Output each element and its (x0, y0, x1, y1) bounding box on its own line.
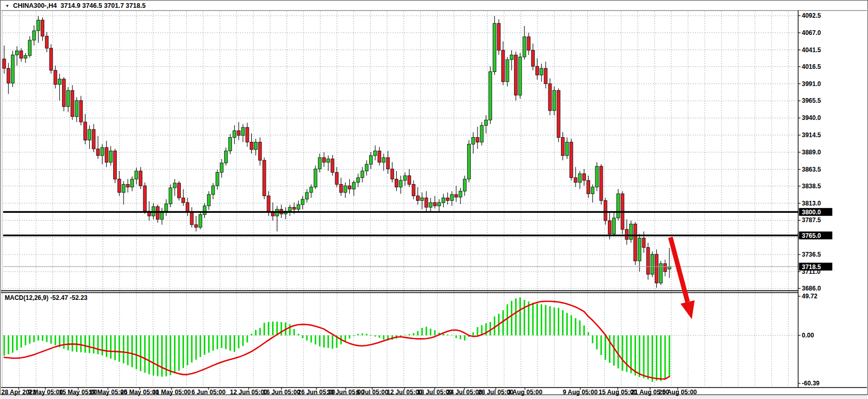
macd-bar (327, 335, 329, 348)
macd-bar (251, 334, 252, 335)
macd-bar (298, 334, 299, 335)
macd-tick-label: 49.72 (802, 293, 817, 300)
macd-bar (409, 334, 410, 335)
macd-bar (532, 303, 534, 335)
macd-bar (16, 335, 18, 350)
candle-body (600, 166, 603, 201)
chart-titlebar: ▼ CHINA300-,H4 3714.9 3746.5 3701.7 3718… (1, 1, 145, 10)
candle-body (399, 180, 402, 187)
macd-bar (323, 335, 325, 347)
candle-body (535, 66, 539, 75)
candle-body (143, 186, 146, 211)
macd-bar (460, 335, 461, 340)
chart-canvas[interactable]: 4092.54067.04041.54016.53991.03965.53940… (0, 0, 868, 399)
candle-body (386, 158, 389, 169)
price-tick-label: 4092.5 (802, 12, 821, 19)
candle-body (488, 71, 492, 120)
candle-body (237, 131, 240, 136)
candle-body (378, 151, 381, 162)
macd-bar (174, 335, 176, 373)
macd-bar (114, 335, 116, 360)
time-tick-label: 24 Jul 05:00 (447, 389, 482, 396)
candle-body (634, 224, 637, 261)
macd-bar (89, 335, 90, 353)
candle-body (613, 218, 616, 234)
macd-tick-label: 0.00 (802, 332, 814, 339)
candle-body (50, 48, 53, 70)
candle-body (497, 23, 500, 50)
time-tick-label: 6 Jul 05:00 (356, 389, 388, 396)
macd-bar (456, 335, 457, 338)
candle-body (484, 120, 487, 125)
macd-bar (255, 330, 256, 335)
candle-body (130, 179, 133, 187)
candle-body (126, 185, 129, 187)
candle-body (395, 179, 398, 187)
macd-bar (42, 335, 43, 341)
candle-body (194, 225, 198, 227)
price-tick-label: 3787.5 (802, 216, 821, 224)
candle-body (165, 204, 168, 211)
macd-bar (8, 335, 9, 354)
macd-bar (127, 335, 129, 365)
macd-bar (276, 322, 278, 335)
candle-body (523, 37, 526, 57)
macd-bar (149, 335, 150, 374)
candle-body (463, 179, 466, 191)
candle-body (45, 36, 48, 48)
symbol-period-label: CHINA300-,H4 (13, 2, 57, 9)
symbol-dropdown-icon[interactable]: ▼ (5, 4, 9, 8)
candle-body (92, 129, 95, 149)
candle-body (28, 40, 31, 56)
candle-body (629, 224, 632, 239)
macd-bar (187, 335, 188, 365)
macd-bar (204, 335, 205, 355)
macd-bar (170, 335, 172, 375)
chart-window: ▼ CHINA300-,H4 3714.9 3746.5 3701.7 3718… (0, 0, 868, 399)
macd-bar (430, 329, 432, 335)
candle-body (442, 198, 445, 202)
candle-body (574, 178, 577, 183)
candle-body (259, 142, 262, 161)
macd-bar (221, 335, 223, 348)
macd-bar (425, 327, 427, 335)
candle-body (75, 101, 78, 117)
macd-bar (383, 335, 385, 340)
candle-body (591, 187, 594, 194)
macd-bar (652, 335, 653, 382)
candle-body (246, 127, 249, 142)
macd-bar (294, 329, 295, 335)
time-axis[interactable]: 28 Apr 20239 May 05:0015 May 05:0019 May… (2, 388, 698, 396)
macd-bar (664, 335, 666, 379)
candle-body (617, 194, 620, 218)
candle-body (608, 221, 611, 234)
candle-body (105, 148, 108, 162)
macd-bar (570, 316, 572, 335)
macd-bar (643, 335, 645, 378)
macd-bar (319, 335, 321, 346)
macd-bar (660, 335, 662, 381)
candle-body (241, 127, 244, 135)
candle-body (233, 131, 236, 138)
candle-body (433, 202, 436, 205)
macd-bar (229, 335, 231, 350)
macd-bar (639, 335, 640, 377)
macd-bar (268, 322, 270, 335)
candle-body (416, 196, 419, 200)
macd-bar (353, 335, 354, 336)
candle-body (263, 160, 266, 196)
candle-body (182, 198, 185, 202)
macd-bar (579, 320, 581, 335)
candle-body (250, 142, 253, 150)
candle-body (169, 188, 172, 204)
macd-bar (421, 328, 423, 335)
candle-body (314, 169, 317, 187)
macd-bar (596, 335, 598, 349)
macd-bar (191, 335, 192, 362)
macd-bar (357, 334, 359, 335)
macd-tick-label: -60.39 (802, 380, 820, 387)
macd-bar (157, 335, 158, 376)
macd-bar (259, 328, 261, 335)
candle-body (638, 238, 641, 261)
macd-bar (306, 335, 308, 341)
